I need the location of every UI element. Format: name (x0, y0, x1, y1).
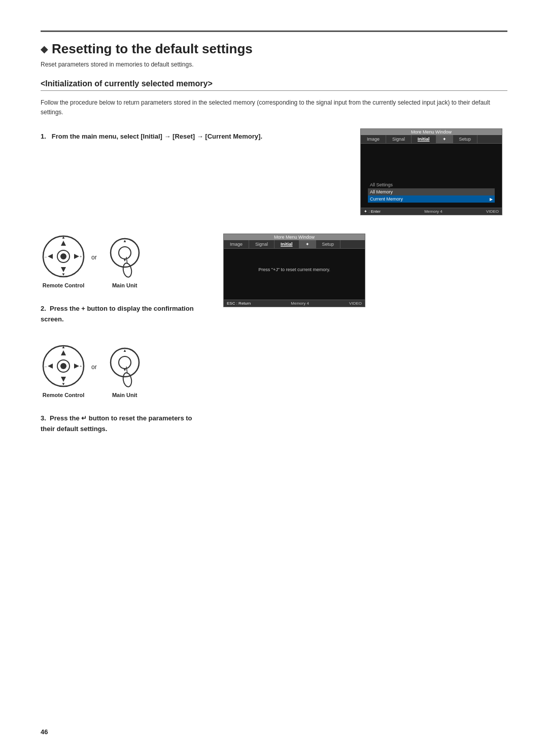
menu-tab-signal-2: Signal (249, 240, 275, 248)
all-memory-label: All Memory (370, 189, 493, 194)
step-1-label: 1. (41, 133, 46, 140)
svg-text:▲: ▲ (123, 348, 127, 353)
remote-label-2: Remote Control (43, 282, 85, 288)
step-3-number: 3. (41, 414, 46, 422)
menu-tab-signal: Signal (386, 135, 412, 143)
footer-video-2: VIDEO (349, 301, 362, 306)
main-unit-label-3: Main Unit (112, 392, 138, 398)
svg-point-12 (119, 247, 131, 259)
page-container: ◆ Resetting to the default settings Rese… (0, 0, 548, 756)
footer-enter: ✦ : Enter (364, 209, 381, 214)
remote-label-3: Remote Control (43, 392, 85, 398)
svg-text:–: – (45, 364, 47, 369)
current-memory-label: Current Memory (370, 196, 490, 202)
menu-window-2: More Menu Window Image Signal Initial ✦ … (223, 234, 365, 307)
remote-control-svg-2: ▲ + – ▼ (41, 234, 86, 279)
svg-marker-21 (74, 364, 79, 369)
step-2-menu-area: More Menu Window Image Signal Initial ✦ … (223, 234, 507, 325)
menu-tab-setup: Setup (453, 135, 478, 143)
title-text: Resetting to the default settings (52, 41, 253, 57)
menu-tab-star: ✦ (436, 135, 453, 143)
svg-text:+: + (80, 364, 82, 369)
footer-video-1: VIDEO (486, 209, 499, 214)
menu-footer-2: ESC : Return Memory 4 VIDEO (224, 300, 365, 307)
current-memory-arrow: ▶ (490, 197, 493, 202)
menu-spacer-1 (364, 147, 499, 177)
step-1-block: 1. From the main menu, select [Initial] … (41, 128, 507, 215)
page-subtitle: Reset parameters stored in memories to d… (41, 61, 507, 68)
svg-point-30 (122, 372, 132, 387)
all-settings-label: All Settings (370, 182, 493, 187)
step-3-instruction: Press the ↵ button to reset the paramete… (41, 414, 192, 433)
svg-text:▲: ▲ (61, 345, 65, 349)
page-number: 46 (41, 728, 48, 736)
footer-memory-2: Memory 4 (291, 301, 309, 306)
menu-title-bar-1: More Menu Window (361, 129, 502, 135)
menu-title-bar-2: More Menu Window (224, 234, 365, 240)
menu-footer-1: ✦ : Enter Memory 4 VIDEO (361, 208, 502, 215)
step-1-instruction: From the main menu, select [Initial] → [… (52, 133, 262, 140)
step-3-empty (223, 343, 507, 435)
menu-tab-initial-2: Initial (275, 240, 299, 248)
svg-marker-20 (48, 364, 53, 369)
all-settings-row: All Settings (368, 181, 495, 188)
footer-memory-1: Memory 4 (424, 209, 442, 214)
menu-tab-image-2: Image (224, 240, 249, 248)
diamond-icon: ◆ (41, 44, 48, 55)
remote-control-svg-3: ▲ + – ▼ (41, 343, 86, 389)
svg-point-29 (119, 356, 131, 369)
menu-tab-setup-2: Setup (316, 240, 341, 248)
controls-row-2: ▲ + – ▼ Remote Control or (41, 234, 208, 288)
all-memory-row: All Memory (368, 188, 495, 195)
svg-marker-1 (61, 241, 66, 246)
step-1-text: 1. From the main menu, select [Initial] … (41, 132, 345, 142)
menu-body-1: All Settings All Memory Current Memory ▶ (361, 144, 502, 208)
menu-body-2: Press "+J" to reset current memory. (224, 249, 365, 300)
step-1-content: 1. From the main menu, select [Initial] … (41, 128, 345, 215)
main-unit-label-2: Main Unit (112, 282, 138, 288)
svg-text:▼: ▼ (61, 272, 65, 277)
top-rule (41, 30, 507, 32)
page-title: ◆ Resetting to the default settings (41, 41, 507, 57)
step-2-text: 2. Press the + button to display the con… (41, 304, 208, 325)
svg-point-13 (122, 262, 132, 278)
controls-row-3: ▲ + – ▼ Remote Control or ▲ ▼ (41, 343, 208, 398)
step-2-block: ▲ + – ▼ Remote Control or (41, 234, 507, 325)
svg-text:+: + (80, 254, 82, 259)
svg-marker-3 (48, 254, 53, 259)
footer-esc: ESC : Return (227, 301, 251, 306)
step-3-text: 3. Press the ↵ button to reset the param… (41, 413, 208, 435)
step-2-number: 2. (41, 305, 46, 312)
remote-control-item-3: ▲ + – ▼ Remote Control (41, 343, 86, 398)
svg-marker-4 (74, 254, 79, 259)
step-2-controls: ▲ + – ▼ Remote Control or (41, 234, 208, 325)
menu-window-1: More Menu Window Image Signal Initial ✦ … (360, 128, 502, 215)
step-3-text-area: 3. Press the ↵ button to reset the param… (41, 413, 208, 435)
main-unit-svg-3: ▲ ▼ (102, 343, 148, 389)
current-memory-row: Current Memory ▶ (368, 195, 495, 203)
menu-tab-initial: Initial (412, 135, 436, 143)
or-text-3: or (91, 364, 97, 371)
remote-control-item-2: ▲ + – ▼ Remote Control (41, 234, 86, 288)
svg-text:▼: ▼ (61, 382, 65, 386)
menu-tab-star-2: ✦ (299, 240, 316, 248)
svg-point-23 (60, 363, 66, 369)
svg-text:▲: ▲ (123, 239, 127, 243)
svg-point-6 (60, 253, 66, 259)
main-unit-item-2: ▲ ▼ Main Unit (102, 234, 148, 288)
menu-tabs-1: Image Signal Initial ✦ Setup (361, 135, 502, 144)
step-2-instruction: Press the + button to display the confir… (41, 305, 194, 323)
step-1-menu-image: More Menu Window Image Signal Initial ✦ … (360, 128, 507, 215)
svg-text:▼: ▼ (123, 368, 127, 372)
menu-tab-image: Image (361, 135, 386, 143)
menu-center-message: Press "+J" to reset current memory. (227, 252, 362, 292)
main-unit-item-3: ▲ ▼ Main Unit (102, 343, 148, 398)
svg-text:▲: ▲ (61, 235, 65, 240)
menu-reset-section-1: All Settings All Memory Current Memory ▶ (364, 177, 499, 205)
svg-text:▼: ▼ (123, 258, 127, 262)
or-text-2: or (91, 254, 97, 261)
main-unit-svg-2: ▲ ▼ (102, 234, 148, 279)
svg-marker-18 (61, 350, 66, 355)
step-3-controls: ▲ + – ▼ Remote Control or ▲ ▼ (41, 343, 208, 435)
svg-marker-19 (61, 377, 66, 382)
